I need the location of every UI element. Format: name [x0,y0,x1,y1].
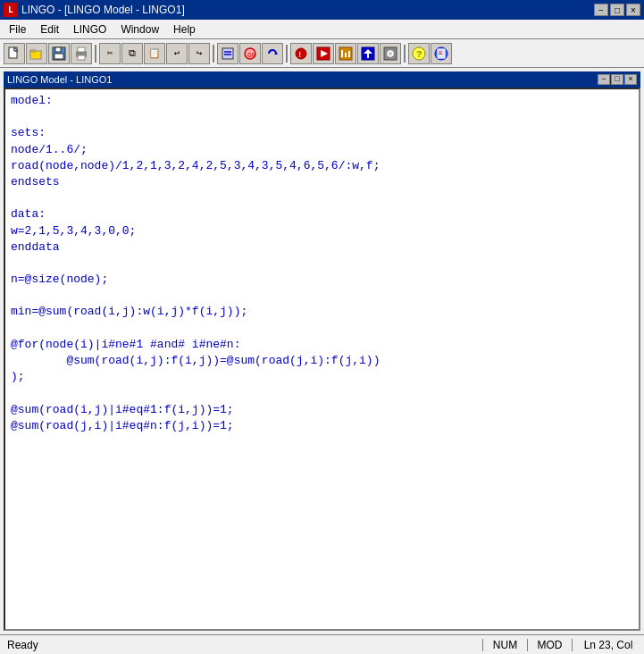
code-line: enddata [11,239,633,256]
save-button[interactable] [48,43,70,64]
status-ln: Ln 23, Col [573,639,644,651]
title-bar: L LINGO - [LINGO Model - LINGO1] − □ × [0,0,644,20]
code-line: w=2,1,5,3,4,3,0,0; [11,223,633,239]
maximize-button[interactable]: □ [610,4,624,16]
svg-text:≡: ≡ [439,49,443,57]
app-icon-letter: L [8,5,13,15]
paste-button[interactable]: 📋 [144,43,165,64]
menu-file[interactable]: File [2,21,33,38]
code-line: @sum(road(i,j):f(i,j))=@sum(road(j,i):f(… [11,353,633,369]
app-icon: L [4,3,18,17]
help-button[interactable]: ? [408,43,430,64]
status-num: NUM [483,639,528,651]
code-line [11,321,633,337]
open-button[interactable] [26,43,47,64]
code-editor[interactable]: model: sets:node/1..6/;road(node,node)/1… [4,88,640,631]
code-line: model: [11,93,633,109]
new-button[interactable] [4,43,25,64]
export-button[interactable] [357,43,379,64]
inner-title-text: LINGO Model - LINGO1 [7,74,112,85]
code-line: endsets [11,174,633,190]
toolbar-sep-3 [286,45,288,63]
code-line: ); [11,369,633,385]
code-line: node/1..6/; [11,142,633,158]
toolbar-sep-1 [95,45,96,63]
loop-button[interactable] [262,43,283,64]
svg-text:!: ! [297,51,302,60]
close-button[interactable]: × [626,4,640,16]
code-line [11,256,633,272]
inner-title-controls: − □ × [598,74,637,85]
inner-close-button[interactable]: × [624,74,637,85]
svg-point-27 [388,51,393,56]
code-line: @for(node(i)|i#ne#1 #and# i#ne#n: [11,337,633,353]
inner-minimize-button[interactable]: − [598,74,610,85]
code-line [11,288,633,304]
svg-rect-9 [78,55,85,60]
cut-button[interactable]: ✂ [99,43,121,64]
redo-button[interactable]: ↪ [188,43,210,64]
title-bar-left: L LINGO - [LINGO Model - LINGO1] [4,3,185,17]
toolbar-sep-4 [404,45,406,63]
code-line: @sum(road(i,j)|i#eq#1:f(i,j))=1; [11,402,633,418]
menu-help[interactable]: Help [166,21,203,38]
print-button[interactable] [71,43,92,64]
menu-lingo[interactable]: LINGO [66,21,113,38]
code-line [11,434,633,450]
title-bar-controls: − □ × [594,4,640,16]
code-line [11,190,633,206]
inner-maximize-button[interactable]: □ [611,74,623,85]
code-line: min=@sum(road(i,j):w(i,j)*f(i,j)); [11,304,633,320]
copy-button[interactable]: ⧉ [121,43,143,64]
menu-bar: File Edit LINGO Window Help [0,20,644,39]
range-button[interactable] [335,43,356,64]
status-mod: MOD [528,639,573,651]
menu-window[interactable]: Window [113,21,166,38]
toolbar: ✂ ⧉ 📋 ↩ ↪ GN ! ? ≡ [0,39,644,68]
gen-button[interactable]: GN [239,43,261,64]
svg-rect-10 [222,48,233,59]
title-text: LINGO - [LINGO Model - LINGO1] [21,4,185,16]
code-line: sets: [11,125,633,141]
code-line: n=@size(node); [11,272,633,288]
svg-marker-15 [274,52,278,54]
svg-rect-3 [30,50,35,52]
code-line: road(node,node)/1,2,1,3,2,4,2,5,3,4,3,5,… [11,158,633,174]
inner-title-bar: LINGO Model - LINGO1 − □ × [4,71,640,88]
code-line: data: [11,206,633,222]
code-line [11,109,633,125]
toolbar-sep-2 [213,45,214,63]
solve-button[interactable] [313,43,334,64]
svg-text:GN: GN [247,51,256,59]
svg-rect-5 [55,47,61,52]
about-button[interactable]: ≡ [431,43,452,64]
options-button[interactable] [380,43,401,64]
minimize-button[interactable]: − [594,4,608,16]
svg-rect-6 [54,54,63,59]
code-line: @sum(road(j,i)|i#eq#n:f(j,i))=1; [11,418,633,434]
svg-text:?: ? [416,49,422,60]
svg-rect-8 [78,47,85,52]
code-line [11,385,633,401]
undo-button[interactable]: ↩ [166,43,188,64]
status-bar: Ready NUM MOD Ln 23, Col [0,634,644,654]
inner-window: LINGO Model - LINGO1 − □ × model: sets:n… [0,68,644,634]
stop-button[interactable]: ! [290,43,312,64]
code-line [11,450,633,466]
paste2-button[interactable] [217,43,238,64]
menu-edit[interactable]: Edit [33,21,66,38]
status-ready: Ready [0,639,483,651]
